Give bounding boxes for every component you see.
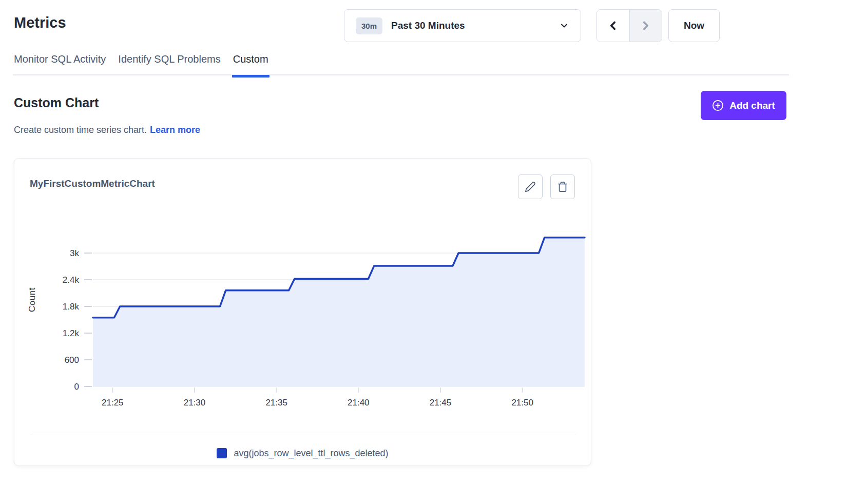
plus-circle-icon <box>712 100 724 111</box>
delete-chart-button[interactable] <box>550 175 575 199</box>
time-range-label: Past 30 Minutes <box>391 20 465 31</box>
section-subtitle: Create custom time series chart.Learn mo… <box>14 125 200 135</box>
edit-chart-button[interactable] <box>518 175 543 199</box>
time-back-button[interactable] <box>597 10 629 42</box>
tab-custom[interactable]: Custom <box>233 53 268 75</box>
trash-icon <box>557 181 568 192</box>
svg-text:21:30: 21:30 <box>184 398 206 408</box>
time-range-badge: 30m <box>356 17 382 34</box>
chevron-down-icon <box>559 21 569 31</box>
y-axis-title: Count <box>27 287 37 312</box>
now-button[interactable]: Now <box>668 9 720 42</box>
time-range-dropdown[interactable]: 30m Past 30 Minutes <box>344 9 581 42</box>
legend-divider <box>30 435 576 435</box>
legend-label[interactable]: avg(jobs_row_level_ttl_rows_deleted) <box>234 448 388 459</box>
tab-bar: Monitor SQL Activity Identify SQL Proble… <box>14 53 268 75</box>
svg-text:3k: 3k <box>70 248 79 258</box>
chart-legend: avg(jobs_row_level_ttl_rows_deleted) <box>14 443 591 463</box>
chart-title: MyFirstCustomMetricChart <box>30 178 155 189</box>
series-area <box>93 238 585 386</box>
svg-text:21:50: 21:50 <box>511 398 533 408</box>
svg-text:21:35: 21:35 <box>265 398 287 408</box>
svg-text:600: 600 <box>65 355 79 365</box>
legend-swatch[interactable] <box>217 448 227 458</box>
svg-text:21:45: 21:45 <box>430 398 452 408</box>
learn-more-link[interactable]: Learn more <box>150 125 200 135</box>
add-chart-button[interactable]: Add chart <box>701 91 786 120</box>
svg-text:1.2k: 1.2k <box>63 328 80 338</box>
tab-identify-sql-problems[interactable]: Identify SQL Problems <box>118 53 220 75</box>
page-title: Metrics <box>14 14 66 31</box>
time-forward-button[interactable] <box>629 10 662 42</box>
chevron-left-icon <box>606 19 620 32</box>
tab-monitor-sql-activity[interactable]: Monitor SQL Activity <box>14 53 106 75</box>
add-chart-label: Add chart <box>729 100 775 111</box>
svg-text:21:40: 21:40 <box>348 398 370 408</box>
time-pager-group <box>596 9 662 42</box>
svg-text:21:25: 21:25 <box>102 398 124 408</box>
chevron-right-icon <box>639 19 652 32</box>
svg-text:1.8k: 1.8k <box>63 302 80 312</box>
custom-chart-card: MyFirstCustomMetricChart 06001.2k1.8k2.4… <box>14 158 591 466</box>
x-axis: 21:2521:3021:3521:4021:4521:50 <box>102 387 533 408</box>
pencil-icon <box>525 181 536 192</box>
section-subtitle-text: Create custom time series chart. <box>14 125 147 135</box>
svg-text:0: 0 <box>74 382 79 392</box>
svg-text:2.4k: 2.4k <box>63 275 80 285</box>
section-title: Custom Chart <box>14 95 99 110</box>
chart-plot[interactable]: 06001.2k1.8k2.4k3k21:2521:3021:3521:4021… <box>14 207 592 413</box>
